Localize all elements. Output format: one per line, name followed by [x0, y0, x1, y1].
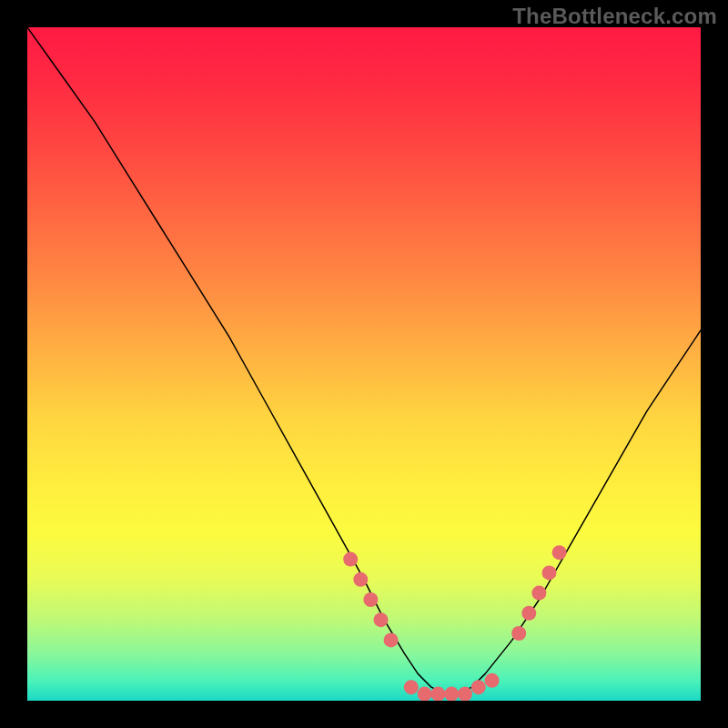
- curve-marker: [531, 586, 546, 601]
- chart-frame: TheBottleneck.com: [0, 0, 728, 728]
- curve-marker: [471, 680, 486, 694]
- curve-marker: [542, 565, 557, 580]
- watermark-text: TheBottleneck.com: [512, 4, 717, 29]
- plot-area: [27, 27, 701, 701]
- curve-marker: [511, 626, 526, 641]
- curve-marker: [404, 680, 419, 694]
- curve-marker: [444, 687, 459, 701]
- curve-marker: [343, 552, 358, 567]
- curve-marker: [552, 545, 567, 560]
- curve-marker: [363, 592, 378, 607]
- curve-marker: [521, 606, 536, 621]
- curve-marker: [384, 632, 399, 647]
- bottleneck-curve: [27, 27, 701, 694]
- curve-marker: [485, 673, 500, 688]
- curve-marker: [353, 572, 368, 587]
- curve-marker: [374, 612, 389, 627]
- curve-marker: [458, 687, 472, 701]
- marker-group: [343, 545, 566, 701]
- curve-marker: [430, 687, 445, 701]
- curve-overlay: [27, 27, 701, 701]
- curve-marker: [418, 687, 432, 701]
